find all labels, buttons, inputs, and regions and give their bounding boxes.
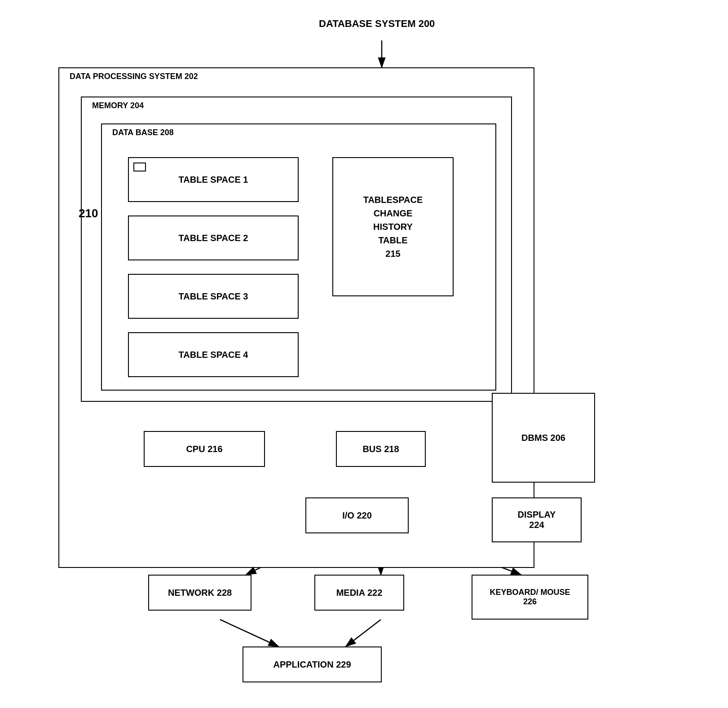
dbms-label: DBMS 206 bbox=[521, 433, 565, 443]
io-box: I/O 220 bbox=[305, 497, 409, 533]
ts4-label: TABLE SPACE 4 bbox=[179, 350, 248, 360]
media-box: MEDIA 222 bbox=[314, 575, 404, 611]
application-box: APPLICATION 229 bbox=[243, 646, 382, 682]
display-label: DISPLAY224 bbox=[518, 510, 556, 530]
ts1-label: TABLE SPACE 1 bbox=[179, 175, 248, 185]
tablespace-2-box: TABLE SPACE 2 bbox=[128, 215, 299, 260]
diagram: DATABASE SYSTEM 200 DATA PROCESSING SYST… bbox=[0, 0, 728, 708]
memory-label: MEMORY 204 bbox=[92, 101, 144, 110]
cpu-label: CPU 216 bbox=[186, 444, 222, 454]
history-table-box: TABLESPACE CHANGE HISTORY TABLE 215 bbox=[332, 157, 454, 296]
history-table-label: TABLESPACE CHANGE HISTORY TABLE 215 bbox=[363, 193, 423, 260]
tablespace-3-box: TABLE SPACE 3 bbox=[128, 274, 299, 319]
svg-line-15 bbox=[220, 620, 278, 646]
ref-210-label: 210 bbox=[79, 207, 98, 220]
tablespace-4-box: TABLE SPACE 4 bbox=[128, 332, 299, 377]
bus-box: BUS 218 bbox=[336, 431, 426, 467]
display-box: DISPLAY224 bbox=[492, 497, 582, 542]
media-label: MEDIA 222 bbox=[336, 588, 383, 598]
application-label: APPLICATION 229 bbox=[274, 660, 351, 670]
ts1-icon bbox=[133, 163, 146, 172]
bus-label: BUS 218 bbox=[362, 444, 399, 454]
tablespace-1-box: TABLE SPACE 1 bbox=[128, 157, 299, 202]
network-label: NETWORK 228 bbox=[168, 588, 232, 598]
database-label: DATA BASE 208 bbox=[112, 128, 174, 137]
data-processing-label: DATA PROCESSING SYSTEM 202 bbox=[70, 72, 198, 81]
database-system-label: DATABASE SYSTEM 200 bbox=[319, 18, 435, 30]
svg-line-16 bbox=[346, 620, 381, 646]
keyboard-box: KEYBOARD/ MOUSE226 bbox=[472, 575, 588, 620]
io-label: I/O 220 bbox=[342, 510, 372, 521]
keyboard-label: KEYBOARD/ MOUSE226 bbox=[490, 588, 570, 607]
cpu-box: CPU 216 bbox=[144, 431, 265, 467]
dbms-box: DBMS 206 bbox=[492, 393, 595, 483]
network-box: NETWORK 228 bbox=[148, 575, 251, 611]
ts3-label: TABLE SPACE 3 bbox=[179, 291, 248, 302]
ts2-label: TABLE SPACE 2 bbox=[179, 233, 248, 243]
